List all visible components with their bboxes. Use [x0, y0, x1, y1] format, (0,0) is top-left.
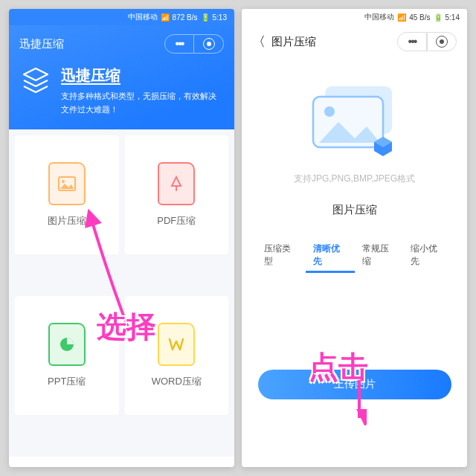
segment-option-normal[interactable]: 常规压缩	[355, 239, 404, 273]
card-pdf-compress[interactable]: PDF压缩	[125, 135, 229, 254]
ppt-file-icon	[48, 323, 86, 366]
page-title: 图片压缩	[271, 35, 316, 49]
status-net: 45 B/s	[409, 13, 430, 22]
target-icon	[203, 38, 215, 50]
card-word-compress[interactable]: WORD压缩	[125, 296, 229, 415]
image-placeholder-icon	[303, 80, 407, 162]
target-icon	[436, 36, 448, 48]
pdf-file-icon	[158, 162, 195, 205]
segment-label: 压缩类型	[257, 239, 306, 273]
phone-screenshot-1: 中国移动 📶 872 B/s 🔋 5:13 迅捷压缩 •••	[9, 9, 234, 467]
svg-point-2	[62, 180, 65, 183]
segment-option-smaller[interactable]: 缩小优先	[403, 239, 452, 273]
app-header: 迅捷压缩 ••• 迅捷压缩 支持多种格式和类型，无损压缩，有效解决文件过大难题！	[9, 25, 234, 129]
battery-icon: 🔋	[201, 13, 210, 22]
signal-icon: 📶	[397, 13, 406, 22]
card-label: PDF压缩	[157, 214, 196, 228]
supported-formats-text: 支持JPG,PNG,BMP,JPEG格式	[294, 173, 415, 185]
card-image-compress[interactable]: 图片压缩	[15, 135, 119, 254]
app-title: 迅捷压缩	[19, 37, 64, 51]
stack-icon	[19, 65, 52, 101]
status-time: 5:13	[213, 13, 227, 22]
card-label: PPT压缩	[48, 375, 86, 388]
status-bar: 中国移动 📶 45 B/s 🔋 5:14	[242, 9, 467, 25]
page-header: 〈 图片压缩 •••	[242, 25, 467, 58]
more-button[interactable]: •••	[397, 32, 427, 51]
status-carrier: 中国移动	[364, 12, 394, 22]
feature-grid: 图片压缩 PDF压缩 PPT压缩 WORD压缩	[9, 129, 234, 457]
page-body: 支持JPG,PNG,BMP,JPEG格式 图片压缩 压缩类型 清晰优先 常规压缩…	[242, 58, 467, 399]
status-time: 5:14	[446, 13, 460, 22]
hero-subtitle: 支持多种格式和类型，无损压缩，有效解决文件过大难题！	[61, 90, 224, 116]
close-button[interactable]	[194, 34, 224, 54]
upload-image-button[interactable]: 上传图片	[258, 370, 451, 399]
card-label: WORD压缩	[152, 375, 202, 388]
more-button[interactable]: •••	[164, 34, 194, 54]
battery-icon: 🔋	[434, 13, 443, 22]
signal-icon: 📶	[161, 13, 170, 22]
word-file-icon	[158, 323, 195, 366]
back-button[interactable]: 〈	[252, 33, 266, 51]
section-title: 图片压缩	[332, 203, 377, 217]
compression-type-segment: 压缩类型 清晰优先 常规压缩 缩小优先	[257, 239, 452, 273]
hero-title: 迅捷压缩	[61, 65, 224, 86]
miniprogram-capsule: •••	[397, 32, 457, 51]
miniprogram-capsule: •••	[164, 34, 224, 54]
phone-screenshot-2: 中国移动 📶 45 B/s 🔋 5:14 〈 图片压缩 ••• 支持J	[242, 9, 467, 467]
status-bar: 中国移动 📶 872 B/s 🔋 5:13	[9, 9, 234, 25]
card-label: 图片压缩	[48, 214, 86, 228]
svg-point-6	[324, 106, 335, 117]
svg-marker-0	[24, 68, 48, 80]
status-net: 872 B/s	[173, 13, 198, 22]
card-ppt-compress[interactable]: PPT压缩	[15, 296, 119, 415]
segment-option-clarity[interactable]: 清晰优先	[306, 239, 355, 273]
image-file-icon	[48, 162, 86, 205]
status-carrier: 中国移动	[128, 12, 158, 22]
hero: 迅捷压缩 支持多种格式和类型，无损压缩，有效解决文件过大难题！	[19, 65, 224, 116]
close-button[interactable]	[427, 32, 457, 51]
